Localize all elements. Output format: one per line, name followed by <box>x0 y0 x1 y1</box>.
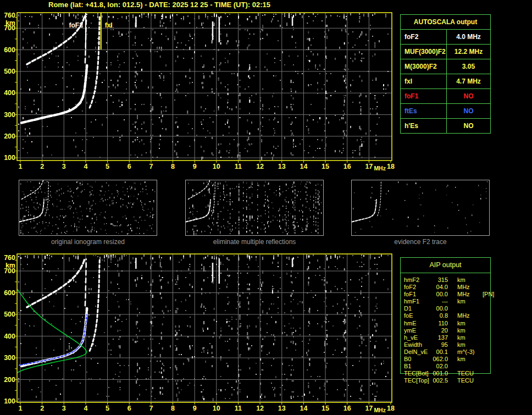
aip-parameter-name: Ewidth <box>404 341 431 348</box>
aip-parameter-flag <box>483 363 490 370</box>
aip-parameter-unit: TECU <box>457 377 483 384</box>
aip-row: TEC[Top]002.5TECU <box>401 377 490 384</box>
aip-parameter-name: ymE <box>404 327 431 334</box>
svg-text:2: 2 <box>40 163 44 170</box>
aip-parameter-flag <box>483 305 490 312</box>
thumbnail-border <box>19 180 157 236</box>
autoscala-row: ftEsNO <box>401 104 490 119</box>
ionogram-traces <box>17 258 99 373</box>
aip-parameter-unit: MHz <box>457 284 483 291</box>
thumbnail-multiple-reflections-removed <box>185 180 324 236</box>
aip-parameter-value: 00.1 <box>431 348 448 356</box>
autoscala-row: foF24.0 MHz <box>401 30 490 45</box>
aip-parameter-flag <box>483 320 490 327</box>
f2-trace <box>90 259 99 351</box>
aip-parameter-value: 001.0 <box>431 370 448 377</box>
parameter-value: NO <box>447 89 490 103</box>
svg-text:15: 15 <box>322 405 329 412</box>
thumbnail-label-reflections: eliminate multiple reflections <box>185 238 324 246</box>
aip-parameter-flag <box>483 298 490 305</box>
aip-parameter-unit: km <box>457 341 483 348</box>
grid-lines <box>17 254 392 402</box>
aip-row: h_vE137km <box>401 334 490 341</box>
x-axis-labels: 123456789101112131415161718MHz <box>19 163 395 171</box>
aip-parameter-name: DelN_vE <box>404 348 431 356</box>
svg-text:12: 12 <box>256 163 264 170</box>
svg-text:10: 10 <box>213 405 220 412</box>
svg-text:16: 16 <box>343 163 351 170</box>
aip-row: B0062.0km <box>401 356 490 363</box>
y-axis-labels: 760700600500400300200100km <box>4 254 15 405</box>
aip-parameter-flag <box>483 348 490 356</box>
aip-parameter-unit: m^(-3) <box>457 348 483 356</box>
svg-text:6: 6 <box>128 163 131 170</box>
x-axis-unit: MHz <box>374 165 386 171</box>
electron-density-profile <box>17 289 86 373</box>
aip-parameter-value: 137 <box>431 334 448 341</box>
svg-text:200: 200 <box>4 132 15 140</box>
aip-row: foF100.0MHz[PN] <box>401 291 490 298</box>
f2-trace <box>21 65 87 123</box>
svg-text:100: 100 <box>4 397 15 405</box>
svg-text:5: 5 <box>106 163 109 170</box>
parameter-label: M(3000)F2 <box>401 59 447 74</box>
svg-text:200: 200 <box>4 376 15 384</box>
aip-row: foE0.8MHz <box>401 312 490 319</box>
parameter-label: foF1 <box>401 89 447 103</box>
marker-fxI: fxI <box>101 13 113 49</box>
svg-text:10: 10 <box>213 163 220 170</box>
svg-text:6: 6 <box>128 405 131 412</box>
aip-parameter-unit: km <box>457 334 483 341</box>
aip-parameter-value: 20 <box>431 327 448 334</box>
thumbnail-label-original: original ionogram resized <box>19 238 157 246</box>
svg-text:400: 400 <box>4 333 15 340</box>
aip-parameter-flag <box>483 370 490 377</box>
aip-parameter-name: foF2 <box>404 284 431 291</box>
aip-parameter-unit: km <box>457 320 483 327</box>
aip-parameter-unit: km <box>457 356 483 363</box>
svg-text:13: 13 <box>278 163 286 170</box>
top-ionogram-plot: 760700600500400300200100km12345678910111… <box>0 10 399 173</box>
autoscala-output-table: AUTOSCALA output foF24.0 MHzMUF(3000)F21… <box>400 14 491 134</box>
aip-parameter-name: B1 <box>404 363 431 370</box>
aip-row: foF204.0MHz <box>401 284 490 291</box>
svg-text:11: 11 <box>235 163 242 170</box>
autoscala-row: fxI4.7 MHz <box>401 74 490 89</box>
parameter-label: foF2 <box>401 30 447 44</box>
svg-text:8: 8 <box>171 405 175 412</box>
f2-trace <box>90 16 99 108</box>
aip-parameter-name: h_vE <box>404 334 431 341</box>
aip-parameter-value: 02.0 <box>431 363 448 370</box>
svg-text:600: 600 <box>4 289 15 297</box>
aip-parameter-unit <box>457 305 483 312</box>
aip-table-header: AIP output <box>401 258 490 273</box>
aip-parameter-unit: TECU <box>457 370 483 377</box>
aip-parameter-name: foF1 <box>404 291 431 298</box>
aip-parameter-value: 00.0 <box>431 305 448 312</box>
aip-output-table: AIP output hmF2315kmfoF204.0MHzfoF100.0M… <box>400 257 491 374</box>
aip-parameter-value: 04.0 <box>431 284 448 291</box>
aip-parameter-value: 315 <box>431 276 448 284</box>
parameter-value: 4.7 MHz <box>447 74 490 88</box>
svg-text:400: 400 <box>4 89 15 97</box>
svg-text:100: 100 <box>4 154 15 162</box>
thumbnail-label-f2-trace: evidence F2 trace <box>351 238 490 246</box>
parameter-label: ftEs <box>401 104 447 118</box>
svg-text:8: 8 <box>171 163 175 170</box>
x-axis-labels: 123456789101112131415161718MHz <box>19 405 395 413</box>
aip-parameter-value: 110 <box>431 320 448 327</box>
aip-row: Ewidth95km <box>401 341 490 348</box>
thumbnail-border <box>186 180 324 236</box>
bottom-ionogram-plot: 760700600500400300200100km12345678910111… <box>0 252 399 415</box>
aip-parameter-name: TEC[Bot] <box>404 370 431 377</box>
svg-text:7: 7 <box>149 405 153 412</box>
aip-row: DelN_vE00.1m^(-3) <box>401 348 490 356</box>
svg-text:500: 500 <box>4 68 15 75</box>
aip-parameter-flag <box>483 341 490 348</box>
autoscala-row: h'EsNO <box>401 119 490 133</box>
parameter-value: 4.0 MHz <box>447 30 490 44</box>
y-axis-unit: km <box>5 19 15 27</box>
autoscala-row: M(3000)F23.05 <box>401 59 490 74</box>
svg-text:18: 18 <box>387 405 395 412</box>
aip-row: TEC[Bot]001.0TECU <box>401 370 490 377</box>
